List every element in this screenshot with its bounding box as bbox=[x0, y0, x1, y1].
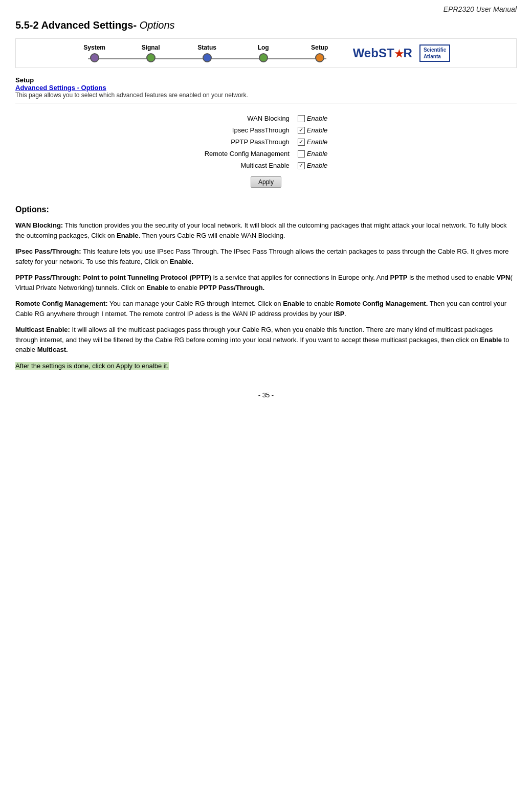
webstar-logo: WebST★R bbox=[353, 46, 412, 60]
settings-label-1: Ipsec PassThrough bbox=[201, 124, 294, 136]
nav-label-status: Status bbox=[197, 44, 216, 51]
term-wan-blocking: WAN Blocking: bbox=[15, 221, 63, 229]
body-pptp: Point to point Tunneling Protocol (PPTP)… bbox=[15, 274, 513, 291]
nav-label-signal: Signal bbox=[142, 44, 160, 51]
nav-label-log: Log bbox=[258, 44, 269, 51]
logos-group: WebST★R Scientific Atlanta bbox=[353, 44, 451, 62]
nav-item-setup[interactable]: Setup bbox=[307, 44, 332, 62]
nav-label-setup: Setup bbox=[311, 44, 328, 51]
page-title-prefix: 5.5-2 Advanced Settings- bbox=[15, 19, 137, 31]
nav-item-log[interactable]: Log bbox=[251, 44, 276, 62]
manual-title: EPR2320 User Manual bbox=[444, 5, 517, 13]
settings-row-3: Remote Config ManagementEnable bbox=[201, 148, 332, 160]
breadcrumb-desc: This page allows you to select which adv… bbox=[15, 92, 517, 99]
nav-dot-log bbox=[259, 53, 268, 62]
breadcrumb-subtitle: Advanced Settings - Options bbox=[15, 84, 517, 92]
settings-row-0: WAN BlockingEnable bbox=[201, 113, 332, 124]
page-number: - 35 - bbox=[258, 391, 274, 399]
term-ipsec: IPsec Pass/Through: bbox=[15, 248, 81, 255]
page-footer: - 35 - bbox=[15, 391, 517, 399]
settings-label-2: PPTP PassThrough bbox=[201, 136, 294, 148]
settings-label-4: Multicast Enable bbox=[201, 160, 294, 171]
settings-label-3: Remote Config Management bbox=[201, 148, 294, 160]
settings-control-3[interactable]: Enable bbox=[294, 148, 331, 160]
checkbox-4[interactable] bbox=[298, 162, 305, 169]
breadcrumb-section: Setup Advanced Settings - Options This p… bbox=[15, 76, 517, 103]
enable-label-3: Enable bbox=[307, 150, 327, 158]
sa-scientific: Scientific bbox=[424, 47, 446, 53]
settings-control-2[interactable]: Enable bbox=[294, 136, 331, 148]
enable-label-1: Enable bbox=[307, 126, 327, 134]
settings-label-0: WAN Blocking bbox=[201, 113, 294, 124]
enable-label-4: Enable bbox=[307, 162, 327, 169]
settings-control-1[interactable]: Enable bbox=[294, 124, 331, 136]
settings-area: WAN BlockingEnableIpsec PassThroughEnabl… bbox=[15, 113, 517, 190]
checkbox-3[interactable] bbox=[298, 150, 305, 158]
body-multicast: It will allows all the multicast package… bbox=[15, 326, 509, 353]
enable-label-2: Enable bbox=[307, 138, 327, 146]
apply-button[interactable]: Apply bbox=[251, 176, 281, 188]
breadcrumb-title: Setup bbox=[15, 76, 517, 84]
nav-item-signal[interactable]: Signal bbox=[138, 44, 164, 62]
term-pptp: PPTP Pass/Through: bbox=[15, 274, 81, 281]
nav-item-status[interactable]: Status bbox=[194, 44, 220, 62]
nav-label-system: System bbox=[83, 44, 105, 51]
checkbox-1[interactable] bbox=[298, 127, 305, 134]
option-remote-config: Romote Config Management: You can manage… bbox=[15, 299, 517, 319]
nav-item-system[interactable]: System bbox=[82, 44, 107, 62]
option-ipsec: IPsec Pass/Through: This feature lets yo… bbox=[15, 246, 517, 266]
page-title: 5.5-2 Advanced Settings- Options bbox=[15, 19, 517, 31]
page-title-suffix: Options bbox=[137, 19, 174, 31]
sa-atlanta: Atlanta bbox=[424, 53, 446, 60]
options-section: Options: WAN Blocking: This function pro… bbox=[15, 205, 517, 371]
nav-dot-signal bbox=[146, 53, 156, 62]
nav-dot-system bbox=[90, 53, 99, 62]
options-heading: Options: bbox=[15, 205, 517, 214]
nav-dot-status bbox=[203, 53, 212, 62]
settings-row-4: Multicast EnableEnable bbox=[201, 160, 332, 171]
sa-logo: Scientific Atlanta bbox=[419, 44, 450, 62]
term-multicast: Multicast Enable: bbox=[15, 326, 70, 333]
highlight-text: After the settings is done, click on App… bbox=[15, 362, 169, 370]
checkbox-2[interactable] bbox=[298, 139, 305, 146]
enable-label-0: Enable bbox=[307, 115, 327, 122]
term-remote-config: Romote Config Management: bbox=[15, 300, 108, 307]
option-highlight: After the settings is done, click on App… bbox=[15, 361, 517, 371]
settings-control-0[interactable]: Enable bbox=[294, 113, 331, 124]
option-pptp: PPTP Pass/Through: Point to point Tunnel… bbox=[15, 273, 517, 293]
body-wan-blocking: This function provides you the security … bbox=[15, 221, 507, 239]
settings-table: WAN BlockingEnableIpsec PassThroughEnabl… bbox=[201, 113, 332, 190]
body-ipsec: This feature lets you use IPsec Pass Thr… bbox=[15, 248, 508, 265]
option-multicast: Multicast Enable: It will allows all the… bbox=[15, 325, 517, 355]
settings-row-1: Ipsec PassThroughEnable bbox=[201, 124, 332, 136]
option-wan-blocking: WAN Blocking: This function provides you… bbox=[15, 220, 517, 240]
settings-row-2: PPTP PassThroughEnable bbox=[201, 136, 332, 148]
apply-row: Apply bbox=[201, 171, 332, 190]
nav-bar: System Signal Status Log Setup WebST★R S bbox=[15, 38, 517, 68]
checkbox-0[interactable] bbox=[298, 115, 305, 122]
settings-control-4[interactable]: Enable bbox=[294, 160, 331, 171]
nav-dot-setup bbox=[315, 53, 324, 62]
nav-tabs: System Signal Status Log Setup bbox=[82, 44, 332, 62]
